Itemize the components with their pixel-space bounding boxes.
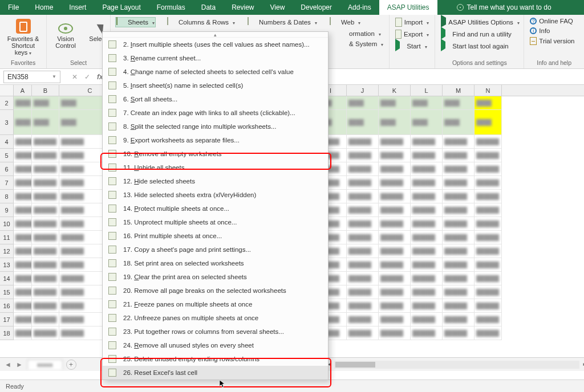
cell[interactable]: ██████	[32, 203, 59, 217]
cell[interactable]: ██████	[411, 299, 443, 313]
cell[interactable]: ██████	[32, 285, 59, 299]
cell[interactable]: ██████	[474, 244, 502, 258]
cell[interactable]: ██████	[32, 162, 59, 176]
cell[interactable]: ██████	[14, 176, 32, 190]
select-all-corner[interactable]	[0, 85, 14, 96]
cell[interactable]: ██████	[14, 272, 32, 285]
tab-file[interactable]: File	[0, 0, 27, 15]
cell[interactable]: ██████	[474, 313, 502, 326]
cell[interactable]: ████	[14, 110, 32, 135]
cell[interactable]: ██████	[474, 149, 502, 162]
cell[interactable]: ██████	[443, 162, 474, 176]
row-header[interactable]: 3	[0, 110, 14, 135]
cell[interactable]: ██████	[347, 285, 379, 299]
cell[interactable]: ██████	[32, 176, 59, 190]
menu-item-21[interactable]: 21. Freeze panes on multiple sheets at o…	[103, 297, 328, 311]
scroll-thumb[interactable]	[335, 362, 375, 368]
cell[interactable]: ██████	[443, 149, 474, 162]
tab-addins[interactable]: Add-ins	[340, 0, 379, 15]
menu-item-3[interactable]: 3. Rename current sheet...	[103, 51, 328, 65]
menu-item-18[interactable]: 18. Set print area on selected worksheet…	[103, 256, 328, 270]
cell[interactable]: ██████	[347, 231, 379, 244]
cell[interactable]: ██████	[411, 313, 443, 326]
row-header[interactable]: 11	[0, 231, 14, 244]
cell[interactable]: ██████	[32, 217, 59, 231]
cell[interactable]: ████	[14, 96, 32, 110]
cell[interactable]: ██████	[379, 258, 411, 272]
sheets-dropdown[interactable]: Sheets	[115, 17, 156, 27]
cell[interactable]: ██████	[14, 285, 32, 299]
export-dropdown[interactable]: Export	[394, 29, 430, 39]
cell[interactable]: ██████	[14, 149, 32, 162]
menu-scroll-up[interactable]: ▴	[103, 32, 328, 38]
cell[interactable]: ██████	[474, 176, 502, 190]
cell[interactable]: ██████	[443, 299, 474, 313]
cell[interactable]: ████	[411, 96, 443, 110]
cell[interactable]: ██████	[32, 258, 59, 272]
column-header-N[interactable]: N	[474, 85, 502, 96]
cell[interactable]: ██████	[379, 217, 411, 231]
cell[interactable]: ██████	[411, 258, 443, 272]
menu-item-5[interactable]: 5. Insert sheet(s) name in selected cell…	[103, 79, 328, 92]
cell[interactable]: ████	[443, 96, 474, 110]
tab-data[interactable]: Data	[193, 0, 224, 15]
cell[interactable]: ██████	[443, 135, 474, 149]
cell[interactable]: ██████	[347, 244, 379, 258]
cell[interactable]: ██████	[443, 272, 474, 285]
cell[interactable]: ██████	[32, 313, 59, 326]
column-header-B[interactable]: B	[32, 85, 59, 96]
cell[interactable]: ██████	[32, 244, 59, 258]
web-dropdown[interactable]: Web	[328, 17, 362, 27]
cell[interactable]: ██████	[347, 299, 379, 313]
cell[interactable]: ██████	[411, 285, 443, 299]
cell[interactable]: ██████	[411, 149, 443, 162]
cell[interactable]: ██████	[411, 203, 443, 217]
cell[interactable]: ████	[379, 110, 411, 135]
information-dropdown[interactable]: ormation	[348, 30, 382, 38]
column-header-L[interactable]: L	[411, 85, 443, 96]
cell[interactable]: ████	[32, 96, 59, 110]
cell[interactable]: ██████	[347, 217, 379, 231]
cell[interactable]: ██████	[474, 285, 502, 299]
cell[interactable]: ██████	[474, 203, 502, 217]
cell[interactable]: ██████	[443, 217, 474, 231]
cell[interactable]: ██████	[443, 285, 474, 299]
menu-item-7[interactable]: 7. Create an index page with links to al…	[103, 106, 328, 120]
menu-item-2[interactable]: 2. Insert multiple sheets (uses the cell…	[103, 38, 328, 51]
sheet-tab[interactable]: xxxxx	[27, 360, 63, 369]
row-header[interactable]: 5	[0, 149, 14, 162]
name-box[interactable]: EN358 ▼	[3, 71, 60, 83]
cell[interactable]: ██████	[411, 135, 443, 149]
vision-control-button[interactable]: Vision Control	[51, 17, 80, 50]
cell[interactable]: ██████	[474, 272, 502, 285]
new-sheet-button[interactable]: +	[66, 360, 76, 370]
cell[interactable]: ██████	[379, 162, 411, 176]
row-header[interactable]: 10	[0, 217, 14, 231]
cell[interactable]: ██████	[474, 326, 502, 340]
cell[interactable]: ██████	[411, 217, 443, 231]
menu-item-26[interactable]: 26. Reset Excel's last cell	[103, 366, 328, 379]
tab-insert[interactable]: Insert	[61, 0, 94, 15]
cell[interactable]: ██████	[14, 326, 32, 340]
cancel-icon[interactable]: ✕	[72, 73, 78, 81]
cell[interactable]: ██████	[14, 162, 32, 176]
menu-item-10[interactable]: 10. Remove all empty worksheets	[103, 147, 328, 161]
cell[interactable]: ████	[347, 110, 379, 135]
cell[interactable]: ██████	[411, 326, 443, 340]
cell[interactable]: ██████	[14, 190, 32, 203]
row-header[interactable]: 17	[0, 313, 14, 326]
cell[interactable]: ██████	[32, 272, 59, 285]
cell[interactable]: ██████	[474, 190, 502, 203]
cell[interactable]: ██████	[443, 258, 474, 272]
cell[interactable]: ██████	[379, 203, 411, 217]
cell[interactable]: ████	[474, 96, 502, 110]
cell[interactable]: ██████	[32, 190, 59, 203]
cell[interactable]: ██████	[14, 313, 32, 326]
cell[interactable]: ██████	[32, 135, 59, 149]
cell[interactable]: ██████	[443, 203, 474, 217]
menu-item-22[interactable]: 22. Unfreeze panes on multiple sheets at…	[103, 311, 328, 325]
info-button[interactable]: iInfo	[529, 27, 579, 35]
cell[interactable]: ████	[379, 96, 411, 110]
menu-item-16[interactable]: 16. Print multiple sheets at once...	[103, 229, 328, 243]
cell[interactable]: ████	[443, 110, 474, 135]
